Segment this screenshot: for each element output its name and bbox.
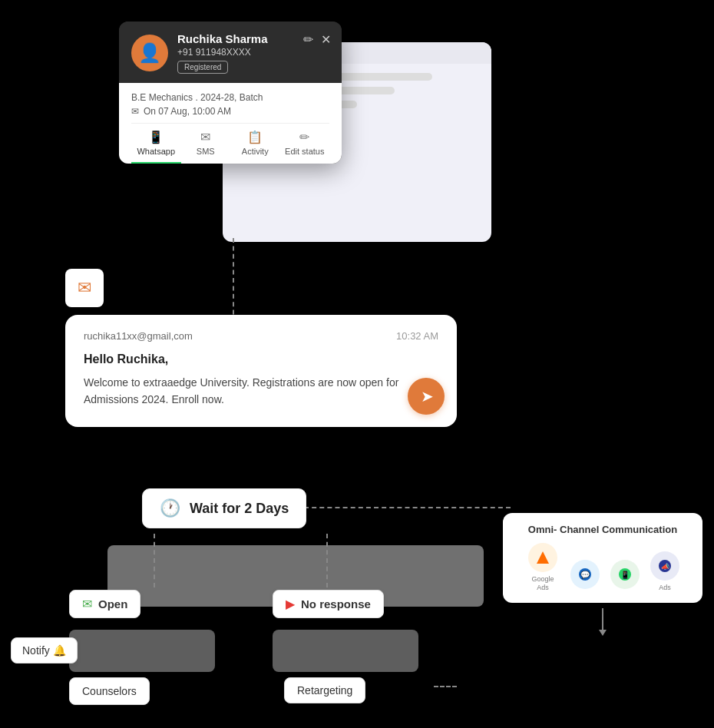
open-badge[interactable]: ✉ Open xyxy=(69,590,140,618)
edit-status-icon: ✏ xyxy=(299,130,309,144)
email-time: 10:32 AM xyxy=(396,330,438,342)
omni-facebook-ads: 📣 Ads xyxy=(650,551,679,592)
facebook-ads-label: Ads xyxy=(659,584,671,592)
email-greeting: Hello Ruchika, xyxy=(84,352,438,366)
email-envelope-icon: ✉ xyxy=(78,278,91,298)
branch-left-connector xyxy=(154,534,155,587)
gray-block-right xyxy=(273,630,418,672)
avatar: 👤 xyxy=(131,35,168,71)
tab-activity-label: Activity xyxy=(242,147,269,156)
tab-sms[interactable]: ✉ SMS xyxy=(181,124,231,164)
retargeting-connector xyxy=(434,686,457,687)
omni-google-ads: Google Ads xyxy=(526,543,560,592)
contact-education: B.E Mechanics . 2024-28, Batch xyxy=(131,92,329,103)
email-card-header: ruchika11xx@gmail,com 10:32 AM xyxy=(84,330,438,342)
header-actions: ✏ ✕ xyxy=(303,32,331,47)
edit-icon[interactable]: ✏ xyxy=(303,32,313,47)
send-button[interactable]: ➤ xyxy=(408,378,445,415)
notify-badge[interactable]: Notify 🔔 xyxy=(11,637,78,663)
tab-whatsapp[interactable]: 📱 Whatsapp xyxy=(131,124,181,164)
notify-label: Notify 🔔 xyxy=(22,644,66,657)
google-ads-icon xyxy=(528,543,557,572)
user-icon: 👤 xyxy=(138,42,161,64)
wait-text: Wait for 2 Days xyxy=(190,501,289,517)
send-icon: ➤ xyxy=(421,387,434,405)
tab-whatsapp-label: Whatsapp xyxy=(137,147,175,156)
omni-whatsapp: 📱 xyxy=(610,560,640,592)
svg-marker-0 xyxy=(537,551,549,564)
messenger-icon: 💬 xyxy=(570,560,600,589)
omni-channel-panel: Omni- Channel Communication Google Ads 💬… xyxy=(503,513,702,603)
whatsapp-icon: 📱 xyxy=(148,130,164,144)
open-mail-icon: ✉ xyxy=(82,597,92,611)
omni-icons-row: Google Ads 💬 📱 📣 Ads xyxy=(517,543,689,592)
contact-card-body: B.E Mechanics . 2024-28, Batch ✉ On 07 A… xyxy=(119,83,342,164)
google-ads-label: Google Ads xyxy=(526,575,560,592)
mail-small-icon: ✉ xyxy=(131,106,139,117)
retargeting-label: Retargeting xyxy=(297,684,352,697)
branch-right-connector xyxy=(326,534,328,587)
retargeting-badge[interactable]: Retargeting xyxy=(284,677,365,703)
tab-row: 📱 Whatsapp ✉ SMS 📋 Activity ✏ Edit statu… xyxy=(131,123,329,164)
contact-card-header: 👤 Ruchika Sharma +91 911948XXXX Register… xyxy=(119,22,342,83)
open-label: Open xyxy=(98,597,127,611)
email-card: ruchika11xx@gmail,com 10:32 AM Hello Ruc… xyxy=(65,315,457,427)
omni-arrow-line xyxy=(602,608,603,631)
tab-activity[interactable]: 📋 Activity xyxy=(230,124,280,164)
tab-sms-label: SMS xyxy=(197,147,215,156)
tab-edit-status[interactable]: ✏ Edit status xyxy=(280,124,330,164)
connector-line-vertical xyxy=(233,238,234,323)
contact-phone: +91 911948XXXX xyxy=(177,47,329,58)
activity-icon: 📋 xyxy=(247,130,263,144)
email-body: Welcome to extraaedge University. Regist… xyxy=(84,374,438,409)
gray-block-left xyxy=(69,630,215,672)
wait-block[interactable]: 🕐 Wait for 2 Days xyxy=(142,488,306,528)
status-badge: Registered xyxy=(177,61,228,74)
facebook-ads-icon: 📣 xyxy=(650,551,679,581)
omni-messenger: 💬 xyxy=(570,560,600,592)
whatsapp-channel-icon: 📱 xyxy=(610,560,640,589)
contact-last-contact: ✉ On 07 Aug, 10:00 AM xyxy=(131,106,329,117)
no-response-badge[interactable]: ▶ No response xyxy=(273,590,384,618)
no-response-label: No response xyxy=(301,597,371,611)
clock-icon: 🕐 xyxy=(160,498,180,518)
svg-text:📣: 📣 xyxy=(661,562,670,571)
close-icon[interactable]: ✕ xyxy=(321,32,331,47)
email-icon-button[interactable]: ✉ xyxy=(65,269,104,307)
svg-text:📱: 📱 xyxy=(620,570,630,580)
counselors-label: Counselors xyxy=(82,685,137,697)
contact-card: 👤 Ruchika Sharma +91 911948XXXX Register… xyxy=(119,22,342,164)
sms-icon: ✉ xyxy=(200,130,210,144)
omni-panel-title: Omni- Channel Communication xyxy=(517,524,689,535)
svg-text:💬: 💬 xyxy=(580,570,590,580)
email-from: ruchika11xx@gmail,com xyxy=(84,330,193,342)
omni-arrow-head xyxy=(599,630,607,636)
tab-edit-status-label: Edit status xyxy=(285,147,324,156)
counselors-badge[interactable]: Counselors xyxy=(69,677,150,705)
no-response-icon: ▶ xyxy=(286,597,295,611)
